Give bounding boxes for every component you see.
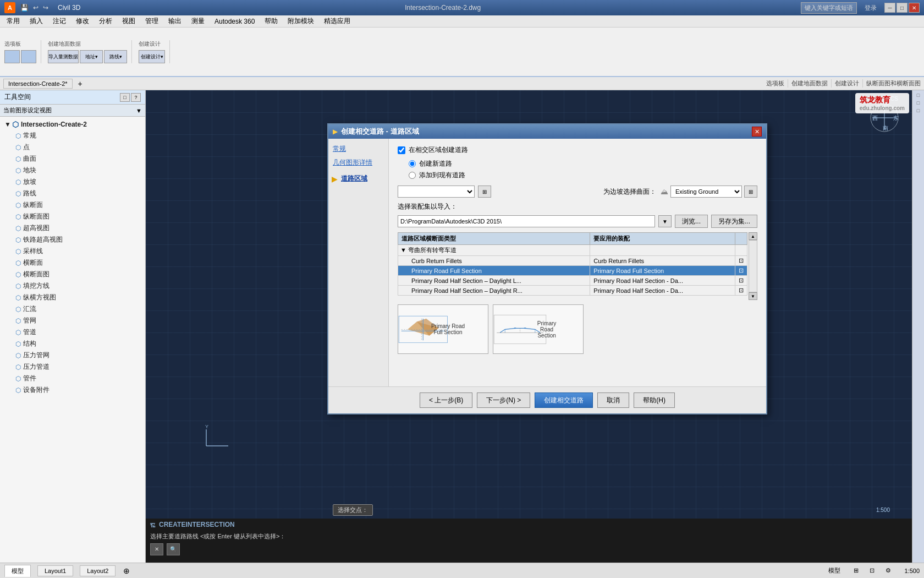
sidebar-icon1[interactable]: □ bbox=[120, 93, 130, 102]
ribbon-btn-5[interactable]: 路线▾ bbox=[104, 50, 127, 63]
doc-tab[interactable]: Intersection-Create-2* bbox=[3, 79, 73, 89]
menu-autodesk360[interactable]: Autodesk 360 bbox=[210, 17, 259, 26]
menu-附加模块[interactable]: 附加模块 bbox=[283, 15, 318, 27]
nav-道路区域[interactable]: 道路区域 bbox=[340, 173, 369, 184]
next-button[interactable]: 下一步(N) > bbox=[477, 392, 530, 408]
menu-注记[interactable]: 注记 bbox=[48, 15, 70, 27]
sidebar-item-管道[interactable]: ⬡ 管道 bbox=[2, 326, 143, 338]
menu-插入[interactable]: 插入 bbox=[25, 15, 47, 27]
sidebar-item-超高视图[interactable]: ⬡ 超高视图 bbox=[2, 222, 143, 234]
table-row[interactable]: ▼ 弯曲所有转弯车道 bbox=[398, 245, 747, 256]
sidebar-item-管件[interactable]: ⬡ 管件 bbox=[2, 373, 143, 384]
ribbon-btn-3[interactable]: 导入量测数据 bbox=[48, 50, 79, 63]
sidebar-item-常规[interactable]: ⬡ 常规 bbox=[2, 130, 143, 141]
menu-常用[interactable]: 常用 bbox=[2, 15, 24, 27]
sidebar-item-路线[interactable]: ⬡ 路线 bbox=[2, 188, 143, 199]
table-row[interactable]: Primary Road Half Section – Daylight L..… bbox=[398, 276, 747, 286]
menu-测量[interactable]: 测量 bbox=[187, 15, 209, 27]
nav-常规[interactable]: 常规 bbox=[332, 143, 385, 155]
panel-btn-2[interactable]: □ bbox=[917, 100, 920, 106]
back-button[interactable]: < 上一步(B) bbox=[420, 392, 472, 408]
sidebar-item-曲面[interactable]: ⬡ 曲面 bbox=[2, 153, 143, 165]
search-box[interactable]: 键入关键字或短语 bbox=[801, 2, 857, 14]
tab-layout2[interactable]: Layout2 bbox=[80, 565, 116, 576]
sidebar-item-压力管网[interactable]: ⬡ 压力管网 bbox=[2, 350, 143, 361]
cell-btn-2[interactable]: ⊡ bbox=[735, 266, 747, 276]
sidebar-item-点[interactable]: ⬡ 点 bbox=[2, 141, 143, 153]
cell-btn-4[interactable]: ⊡ bbox=[735, 286, 747, 296]
nav-几何图形详情[interactable]: 几何图形详情 bbox=[332, 157, 385, 168]
add-tab-btn[interactable]: + bbox=[75, 78, 86, 89]
toolbar-创建地面数据[interactable]: 创建地面数据 bbox=[791, 79, 832, 88]
menu-视图[interactable]: 视图 bbox=[118, 15, 140, 27]
close-btn[interactable]: ✕ bbox=[909, 3, 920, 13]
sidebar-item-管网[interactable]: ⬡ 管网 bbox=[2, 315, 143, 326]
sidebar-item-汇流[interactable]: ⬡ 汇流 bbox=[2, 303, 143, 315]
toolbar-纵断面图[interactable]: 纵断面图和横断面图 bbox=[866, 79, 921, 88]
sidebar-item-填挖方线[interactable]: ⬡ 填挖方线 bbox=[2, 280, 143, 292]
menu-输出[interactable]: 输出 bbox=[164, 15, 186, 27]
table-row[interactable]: Primary Road Half Section – Daylight R..… bbox=[398, 286, 747, 296]
cell-btn-1[interactable]: ⊡ bbox=[735, 256, 747, 266]
ribbon-btn-2[interactable] bbox=[21, 50, 36, 63]
panel-btn-1[interactable]: □ bbox=[917, 92, 920, 98]
menu-帮助[interactable]: 帮助 bbox=[260, 15, 282, 27]
radio-add-input[interactable] bbox=[409, 172, 416, 179]
radio-create-input[interactable] bbox=[409, 160, 416, 167]
tab-layout1[interactable]: Layout1 bbox=[37, 565, 73, 576]
ribbon-btn-6[interactable]: 创建设计▾ bbox=[139, 50, 165, 63]
ribbon-btn-4[interactable]: 地址▾ bbox=[80, 50, 103, 63]
sidebar-item-采样线[interactable]: ⬡ 采样线 bbox=[2, 246, 143, 257]
sidebar-item-设备附件[interactable]: ⬡ 设备附件 bbox=[2, 384, 143, 396]
assembly-path-input[interactable] bbox=[398, 215, 655, 227]
tab-model[interactable]: 模型 bbox=[4, 565, 31, 577]
sidebar-item-铁路超高视图[interactable]: ⬡ 铁路超高视图 bbox=[2, 234, 143, 246]
sidebar-item-地块[interactable]: ⬡ 地块 bbox=[2, 165, 143, 176]
sidebar-item-纵断面图[interactable]: ⬡ 纵断面图 bbox=[2, 211, 143, 222]
create-intersection-button[interactable]: 创建相交道路 bbox=[535, 392, 593, 408]
toolbar-创建设计[interactable]: 创建设计 bbox=[835, 79, 863, 88]
sidebar-item-放坡[interactable]: ⬡ 放坡 bbox=[2, 176, 143, 188]
save-as-button[interactable]: 另存为集... bbox=[711, 215, 757, 228]
snap-icon[interactable]: ⊡ bbox=[867, 566, 877, 575]
sidebar-item-纵横方视图[interactable]: ⬡ 纵横方视图 bbox=[2, 292, 143, 303]
login-btn[interactable]: 登录 bbox=[865, 4, 877, 12]
existing-ground-icon-btn[interactable]: ⊞ bbox=[744, 186, 757, 198]
menu-精选应用[interactable]: 精选应用 bbox=[320, 15, 355, 27]
minimize-btn[interactable]: ─ bbox=[884, 3, 895, 13]
grid-icon[interactable]: ⊞ bbox=[851, 566, 861, 575]
sidebar-item-横断面[interactable]: ⬡ 横断面 bbox=[2, 257, 143, 269]
add-layout-btn[interactable]: ⊕ bbox=[123, 566, 130, 575]
path-dropdown-btn[interactable]: ▼ bbox=[658, 215, 672, 227]
table-row-highlighted[interactable]: Primary Road Full Section Primary Road F… bbox=[398, 266, 747, 276]
cmd-close-btn[interactable]: ✕ bbox=[150, 543, 163, 555]
edge-slope-select[interactable] bbox=[398, 186, 475, 198]
toolbar-选项板[interactable]: 选项板 bbox=[766, 79, 788, 88]
sidebar-item-结构[interactable]: ⬡ 结构 bbox=[2, 338, 143, 350]
cancel-button[interactable]: 取消 bbox=[597, 392, 629, 408]
existing-ground-select[interactable]: Existing Ground bbox=[670, 186, 742, 198]
create-road-checkbox[interactable] bbox=[398, 146, 405, 154]
view-selector[interactable]: 当前图形设定视图 ▼ bbox=[0, 105, 145, 117]
menu-修改[interactable]: 修改 bbox=[72, 15, 94, 27]
table-row[interactable]: Curb Return Fillets Curb Return Fillets … bbox=[398, 256, 747, 266]
scroll-down-btn[interactable]: ▼ bbox=[749, 292, 757, 300]
tree-root[interactable]: ▼ ⬡ Intersection-Create-2 bbox=[2, 119, 143, 130]
help-button[interactable]: 帮助(H) bbox=[634, 392, 675, 408]
edge-slope-icon-btn[interactable]: ⊞ bbox=[478, 186, 491, 198]
sidebar-item-横断面图[interactable]: ⬡ 横断面图 bbox=[2, 269, 143, 280]
ribbon-btn-1[interactable] bbox=[4, 50, 20, 63]
cmd-search-btn[interactable]: 🔍 bbox=[167, 543, 180, 555]
scroll-up-btn[interactable]: ▲ bbox=[749, 232, 757, 240]
panel-btn-3[interactable]: □ bbox=[917, 108, 920, 113]
cell-btn-3[interactable]: ⊡ bbox=[735, 276, 747, 286]
maximize-btn[interactable]: □ bbox=[897, 3, 908, 13]
menu-管理[interactable]: 管理 bbox=[141, 15, 163, 27]
settings-icon[interactable]: ⚙ bbox=[883, 566, 893, 575]
sidebar-item-压力管道[interactable]: ⬡ 压力管道 bbox=[2, 361, 143, 373]
sidebar-item-纵断面[interactable]: ⬡ 纵断面 bbox=[2, 199, 143, 211]
canvas-area[interactable]: 0+820 360 北 南 西 东 WCS 1:500 bbox=[146, 90, 912, 563]
browse-button[interactable]: 浏览... bbox=[675, 215, 708, 228]
dialog-close-button[interactable]: ✕ bbox=[752, 127, 762, 137]
menu-分析[interactable]: 分析 bbox=[95, 15, 117, 27]
